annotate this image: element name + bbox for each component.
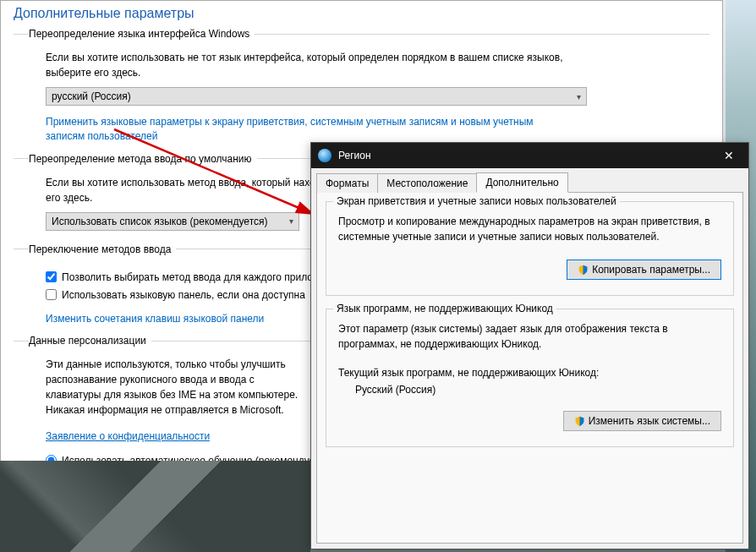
change-hotkeys-link[interactable]: Изменить сочетания клавиш языковой панел…: [29, 312, 264, 326]
per-app-input-label: Позволить выбирать метод ввода для каждо…: [62, 271, 342, 283]
display-language-value: русский (Россия): [52, 90, 131, 102]
welcome-legend: Экран приветствия и учетные записи новых…: [333, 195, 620, 207]
shield-icon: [578, 265, 589, 276]
unicode-legend: Язык программ, не поддерживающих Юникод: [333, 303, 556, 314]
dialog-tabs: Форматы Местоположение Дополнительно: [311, 168, 748, 192]
per-app-input-check[interactable]: [46, 271, 57, 282]
group-language-override: Переопределение языка интерфейса Windows…: [14, 28, 709, 145]
dialog-titlebar[interactable]: Регион ✕: [311, 143, 748, 168]
dialog-title: Регион: [338, 150, 371, 161]
unicode-desc: Этот параметр (язык системы) задает язык…: [338, 321, 721, 352]
group-legend-switch: Переключение методов ввода: [29, 243, 176, 255]
desktop-background-left: [0, 461, 310, 552]
region-dialog: Регион ✕ Форматы Местоположение Дополнит…: [310, 142, 749, 549]
shield-icon: [574, 416, 585, 427]
language-bar-check[interactable]: [46, 289, 57, 300]
dialog-tab-body: Экран приветствия и учетные записи новых…: [316, 192, 743, 544]
copy-settings-button[interactable]: Копировать параметры...: [567, 260, 721, 280]
group-legend-language: Переопределение языка интерфейса Windows: [29, 28, 255, 40]
globe-icon: [318, 149, 331, 162]
tab-location[interactable]: Местоположение: [377, 173, 477, 193]
language-bar-label: Использовать языковую панель, если она д…: [62, 289, 305, 301]
welcome-desc: Просмотр и копирование международных пар…: [338, 214, 721, 244]
page-title: Дополнительные параметры: [14, 6, 709, 21]
change-system-locale-label: Изменить язык системы...: [589, 415, 710, 427]
close-button[interactable]: ✕: [709, 143, 748, 168]
group-legend-input: Переопределение метода ввода по умолчани…: [29, 153, 257, 165]
language-override-desc: Если вы хотите использовать не тот язык …: [29, 50, 709, 80]
change-system-locale-button[interactable]: Изменить язык системы...: [563, 411, 721, 431]
copy-settings-label: Копировать параметры...: [592, 264, 710, 276]
non-unicode-group: Язык программ, не поддерживающих Юникод …: [326, 309, 734, 447]
input-method-select[interactable]: Использовать список языков (рекомендуетс…: [46, 212, 299, 231]
chevron-down-icon: ▾: [289, 216, 293, 226]
welcome-screen-group: Экран приветствия и учетные записи новых…: [326, 201, 734, 296]
tab-formats[interactable]: Форматы: [316, 173, 378, 193]
chevron-down-icon: ▾: [577, 92, 581, 101]
display-language-select[interactable]: русский (Россия) ▾: [46, 87, 587, 106]
apply-to-welcome-link[interactable]: Применить языковые параметры к экрану пр…: [29, 115, 570, 145]
current-locale-label: Текущий язык программ, не поддерживающих…: [338, 367, 721, 379]
current-locale-value: Русский (Россия): [338, 384, 721, 396]
group-legend-personalization: Данные персонализации: [29, 335, 151, 347]
input-method-value: Использовать список языков (рекомендуетс…: [52, 216, 268, 227]
tab-advanced[interactable]: Дополнительно: [476, 172, 567, 193]
privacy-statement-link[interactable]: Заявление о конфиденциальности: [29, 429, 210, 444]
